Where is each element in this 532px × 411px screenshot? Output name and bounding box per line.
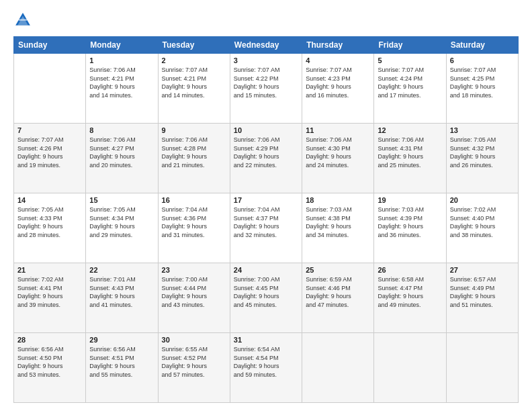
calendar-row: 1Sunrise: 7:06 AM Sunset: 4:21 PM Daylig… xyxy=(14,54,519,124)
cell-info-text: Sunrise: 7:07 AM Sunset: 4:26 PM Dayligh… xyxy=(17,136,82,169)
calendar-cell xyxy=(14,54,86,124)
cell-date-number: 2 xyxy=(162,56,226,64)
cell-date-number: 30 xyxy=(162,336,226,344)
cell-date-number: 10 xyxy=(234,126,298,134)
cell-date-number: 26 xyxy=(378,266,442,274)
cell-info-text: Sunrise: 7:07 AM Sunset: 4:23 PM Dayligh… xyxy=(306,66,370,99)
header-sunday: Sunday xyxy=(14,37,86,54)
cell-date-number: 3 xyxy=(234,56,298,64)
calendar-cell: 17Sunrise: 7:04 AM Sunset: 4:37 PM Dayli… xyxy=(230,193,302,263)
cell-date-number: 28 xyxy=(17,336,82,344)
cell-info-text: Sunrise: 7:02 AM Sunset: 4:40 PM Dayligh… xyxy=(450,205,515,239)
calendar-cell: 12Sunrise: 7:06 AM Sunset: 4:31 PM Dayli… xyxy=(374,124,446,193)
calendar-cell: 15Sunrise: 7:05 AM Sunset: 4:34 PM Dayli… xyxy=(86,193,158,263)
calendar-cell: 26Sunrise: 6:58 AM Sunset: 4:47 PM Dayli… xyxy=(374,263,446,333)
calendar-cell: 25Sunrise: 6:59 AM Sunset: 4:46 PM Dayli… xyxy=(302,263,374,333)
calendar-cell: 9Sunrise: 7:06 AM Sunset: 4:28 PM Daylig… xyxy=(158,124,230,193)
cell-date-number: 14 xyxy=(17,196,82,204)
cell-date-number: 23 xyxy=(162,266,226,274)
cell-info-text: Sunrise: 7:06 AM Sunset: 4:31 PM Dayligh… xyxy=(378,136,442,169)
page: Sunday Monday Tuesday Wednesday Thursday… xyxy=(0,0,532,411)
header-friday: Friday xyxy=(374,37,446,54)
cell-date-number: 31 xyxy=(234,336,298,344)
header-wednesday: Wednesday xyxy=(230,37,302,54)
calendar-cell: 10Sunrise: 7:06 AM Sunset: 4:29 PM Dayli… xyxy=(230,124,302,193)
calendar-cell: 2Sunrise: 7:07 AM Sunset: 4:21 PM Daylig… xyxy=(158,54,230,124)
cell-info-text: Sunrise: 7:03 AM Sunset: 4:38 PM Dayligh… xyxy=(306,205,370,239)
calendar-cell: 21Sunrise: 7:02 AM Sunset: 4:41 PM Dayli… xyxy=(14,263,86,333)
cell-info-text: Sunrise: 7:07 AM Sunset: 4:25 PM Dayligh… xyxy=(450,66,515,99)
calendar-cell xyxy=(446,333,518,403)
cell-info-text: Sunrise: 7:06 AM Sunset: 4:28 PM Dayligh… xyxy=(162,136,226,169)
calendar-cell: 28Sunrise: 6:56 AM Sunset: 4:50 PM Dayli… xyxy=(14,333,86,403)
cell-date-number: 5 xyxy=(378,56,442,64)
cell-info-text: Sunrise: 7:00 AM Sunset: 4:44 PM Dayligh… xyxy=(162,275,226,309)
calendar-cell: 1Sunrise: 7:06 AM Sunset: 4:21 PM Daylig… xyxy=(86,54,158,124)
calendar-cell: 6Sunrise: 7:07 AM Sunset: 4:25 PM Daylig… xyxy=(446,54,518,124)
cell-info-text: Sunrise: 7:07 AM Sunset: 4:21 PM Dayligh… xyxy=(162,66,226,99)
calendar-row: 21Sunrise: 7:02 AM Sunset: 4:41 PM Dayli… xyxy=(14,263,519,333)
cell-info-text: Sunrise: 6:55 AM Sunset: 4:52 PM Dayligh… xyxy=(162,345,226,379)
cell-date-number: 27 xyxy=(450,266,515,274)
cell-info-text: Sunrise: 6:54 AM Sunset: 4:54 PM Dayligh… xyxy=(234,345,298,379)
calendar-cell: 20Sunrise: 7:02 AM Sunset: 4:40 PM Dayli… xyxy=(446,193,518,263)
cell-date-number: 6 xyxy=(450,56,515,64)
calendar-cell: 24Sunrise: 7:00 AM Sunset: 4:45 PM Dayli… xyxy=(230,263,302,333)
logo-icon xyxy=(13,11,32,30)
cell-info-text: Sunrise: 7:01 AM Sunset: 4:43 PM Dayligh… xyxy=(89,275,154,309)
calendar-cell: 31Sunrise: 6:54 AM Sunset: 4:54 PM Dayli… xyxy=(230,333,302,403)
header xyxy=(13,11,519,30)
calendar-cell: 13Sunrise: 7:05 AM Sunset: 4:32 PM Dayli… xyxy=(446,124,518,193)
cell-date-number: 7 xyxy=(17,126,82,134)
cell-info-text: Sunrise: 7:04 AM Sunset: 4:37 PM Dayligh… xyxy=(234,205,298,239)
weekday-header-row: Sunday Monday Tuesday Wednesday Thursday… xyxy=(14,37,519,54)
cell-date-number: 4 xyxy=(306,56,370,64)
calendar-cell: 22Sunrise: 7:01 AM Sunset: 4:43 PM Dayli… xyxy=(86,263,158,333)
cell-info-text: Sunrise: 7:05 AM Sunset: 4:34 PM Dayligh… xyxy=(89,205,154,239)
cell-date-number: 16 xyxy=(162,196,226,204)
header-tuesday: Tuesday xyxy=(158,37,230,54)
cell-date-number: 20 xyxy=(450,196,515,204)
cell-info-text: Sunrise: 7:04 AM Sunset: 4:36 PM Dayligh… xyxy=(162,205,226,239)
calendar-cell: 16Sunrise: 7:04 AM Sunset: 4:36 PM Dayli… xyxy=(158,193,230,263)
cell-date-number: 17 xyxy=(234,196,298,204)
cell-date-number: 25 xyxy=(306,266,370,274)
cell-info-text: Sunrise: 6:59 AM Sunset: 4:46 PM Dayligh… xyxy=(306,275,370,309)
calendar-cell: 5Sunrise: 7:07 AM Sunset: 4:24 PM Daylig… xyxy=(374,54,446,124)
cell-info-text: Sunrise: 7:00 AM Sunset: 4:45 PM Dayligh… xyxy=(234,275,298,309)
header-monday: Monday xyxy=(86,37,158,54)
calendar-cell: 27Sunrise: 6:57 AM Sunset: 4:49 PM Dayli… xyxy=(446,263,518,333)
cell-date-number: 15 xyxy=(89,196,154,204)
header-thursday: Thursday xyxy=(302,37,374,54)
cell-date-number: 11 xyxy=(306,126,370,134)
cell-date-number: 18 xyxy=(306,196,370,204)
cell-date-number: 19 xyxy=(378,196,442,204)
svg-rect-2 xyxy=(19,19,27,20)
cell-date-number: 1 xyxy=(89,56,154,64)
calendar-cell: 29Sunrise: 6:56 AM Sunset: 4:51 PM Dayli… xyxy=(86,333,158,403)
cell-info-text: Sunrise: 7:06 AM Sunset: 4:21 PM Dayligh… xyxy=(89,66,154,99)
cell-info-text: Sunrise: 6:56 AM Sunset: 4:50 PM Dayligh… xyxy=(17,345,82,379)
calendar-cell xyxy=(302,333,374,403)
calendar-cell: 11Sunrise: 7:06 AM Sunset: 4:30 PM Dayli… xyxy=(302,124,374,193)
calendar-cell: 7Sunrise: 7:07 AM Sunset: 4:26 PM Daylig… xyxy=(14,124,86,193)
cell-date-number: 29 xyxy=(89,336,154,344)
calendar-row: 28Sunrise: 6:56 AM Sunset: 4:50 PM Dayli… xyxy=(14,333,519,403)
header-saturday: Saturday xyxy=(446,37,518,54)
logo xyxy=(13,11,35,30)
cell-info-text: Sunrise: 6:57 AM Sunset: 4:49 PM Dayligh… xyxy=(450,275,515,309)
calendar-cell: 18Sunrise: 7:03 AM Sunset: 4:38 PM Dayli… xyxy=(302,193,374,263)
calendar-row: 14Sunrise: 7:05 AM Sunset: 4:33 PM Dayli… xyxy=(14,193,519,263)
calendar-cell: 19Sunrise: 7:03 AM Sunset: 4:39 PM Dayli… xyxy=(374,193,446,263)
cell-date-number: 8 xyxy=(89,126,154,134)
calendar-cell: 4Sunrise: 7:07 AM Sunset: 4:23 PM Daylig… xyxy=(302,54,374,124)
cell-date-number: 22 xyxy=(89,266,154,274)
calendar-cell: 30Sunrise: 6:55 AM Sunset: 4:52 PM Dayli… xyxy=(158,333,230,403)
cell-info-text: Sunrise: 7:05 AM Sunset: 4:32 PM Dayligh… xyxy=(450,136,515,169)
cell-info-text: Sunrise: 7:03 AM Sunset: 4:39 PM Dayligh… xyxy=(378,205,442,239)
calendar-row: 7Sunrise: 7:07 AM Sunset: 4:26 PM Daylig… xyxy=(14,124,519,193)
calendar-table: Sunday Monday Tuesday Wednesday Thursday… xyxy=(13,36,519,403)
cell-date-number: 12 xyxy=(378,126,442,134)
cell-info-text: Sunrise: 7:05 AM Sunset: 4:33 PM Dayligh… xyxy=(17,205,82,239)
cell-info-text: Sunrise: 7:02 AM Sunset: 4:41 PM Dayligh… xyxy=(17,275,82,309)
